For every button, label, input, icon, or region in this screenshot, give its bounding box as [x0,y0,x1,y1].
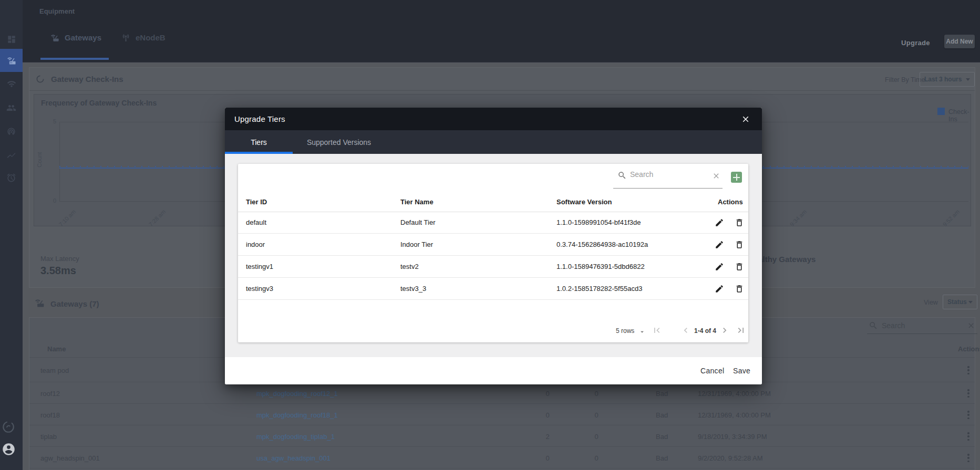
active-tab-underline [225,152,293,154]
caret-down-icon[interactable] [638,328,646,336]
col-header-tier-id: Tier ID [246,198,267,206]
cell-tier-name: Indoor Tier [400,241,433,248]
pagination-bar: 5 rows 1-4 of 4 [238,323,748,339]
tiers-search-input[interactable] [630,170,709,179]
tier-row: testingv3 testv3_3 1.0.2-1585178282-5f55… [238,278,748,300]
col-header-software-version: Software Version [556,198,612,206]
tier-row: default Default Tier 1.1.0-1598991054-bf… [238,212,748,234]
clear-search-icon[interactable] [712,171,721,181]
edit-icon[interactable] [715,284,725,294]
cancel-button[interactable]: Cancel [700,367,724,375]
tier-row: indoor Indoor Tier 0.3.74-1562864938-ac1… [238,234,748,256]
cell-version: 0.3.74-1562864938-ac10192a [556,241,648,248]
cell-tier-id: testingv1 [246,263,273,270]
save-button[interactable]: Save [733,367,750,375]
search-underline [613,188,723,189]
chevron-left-icon[interactable] [680,325,691,336]
chevron-right-icon[interactable] [719,325,730,336]
delete-icon[interactable] [735,284,745,294]
tab-supported-versions[interactable]: Supported Versions [293,130,385,154]
edit-icon[interactable] [715,262,725,272]
upgrade-tiers-dialog: Upgrade Tiers Tiers Supported Versions [225,108,762,384]
cell-version: 1.0.2-1585178282-5f55acd3 [556,285,642,293]
cell-tier-id: testingv3 [246,285,273,293]
rows-per-page-value[interactable]: 5 rows [616,327,634,335]
cell-tier-name: testv3_3 [400,285,426,293]
dialog-header: Upgrade Tiers [225,108,762,130]
cell-tier-name: testv2 [400,263,419,270]
cell-tier-id: indoor [246,241,265,248]
close-icon[interactable] [741,114,751,124]
edit-icon[interactable] [715,239,725,250]
page-range-label: 1-4 of 4 [694,327,716,335]
tiers-table-card: Tier ID Tier Name Software Version Actio… [238,164,748,342]
tab-tiers-label: Tiers [251,138,267,147]
search-icon [617,171,627,180]
delete-icon[interactable] [735,217,745,228]
cell-version: 1.1.0-1589476391-5dbd6822 [556,263,645,270]
cell-tier-id: default [246,218,266,226]
col-header-tier-name: Tier Name [400,198,434,206]
first-page-icon[interactable] [652,325,662,336]
dialog-tabbar: Tiers Supported Versions [225,130,762,154]
last-page-icon[interactable] [736,325,746,336]
cell-tier-name: Default Tier [400,218,435,226]
add-tier-button[interactable] [731,172,742,183]
delete-icon[interactable] [735,239,745,250]
tab-supported-versions-label: Supported Versions [307,138,371,147]
edit-icon[interactable] [715,217,725,228]
cell-version: 1.1.0-1598991054-bf41f3de [556,218,641,226]
tier-row: testingv1 testv2 1.1.0-1589476391-5dbd68… [238,256,748,278]
tab-tiers[interactable]: Tiers [225,130,293,154]
screen: Equipment Gateways eNodeB Upgrade Add Ne… [0,0,980,470]
dialog-title: Upgrade Tiers [234,114,285,123]
col-header-actions: Actions [718,198,743,206]
dialog-footer: Cancel Save [225,357,762,384]
delete-icon[interactable] [735,262,745,272]
